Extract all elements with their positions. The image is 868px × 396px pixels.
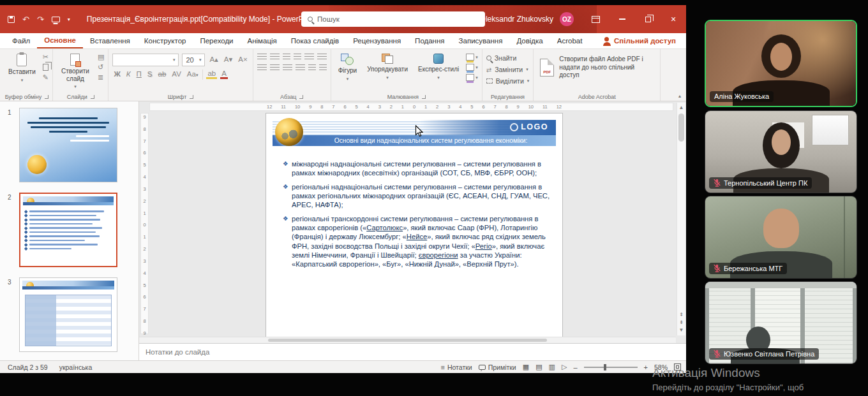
search-box[interactable]: Пошук [301,11,485,27]
zoom-slider[interactable] [584,367,638,368]
comments-toggle[interactable]: Примітки [479,363,516,371]
ribbon-tab-записування[interactable]: Записування [452,33,510,48]
format-painter-icon[interactable]: ✎ [43,74,49,81]
notes-panel[interactable]: Нотатки до слайда [139,343,686,360]
zoom-in-icon[interactable]: + [644,363,648,371]
select-button[interactable]: Виділити ▾ [486,77,530,85]
ribbon-tab-acrobat[interactable]: Acrobat [550,33,590,48]
arrange-button[interactable]: Упорядкувати ▾ [364,52,411,82]
ribbon-display-options-button[interactable] [584,5,610,33]
ribbon-tab-переходи[interactable]: Переходи [193,33,240,48]
bold-icon[interactable]: Ж [112,71,121,78]
ribbon-tab-подання[interactable]: Подання [408,33,451,48]
ribbon-tab-показ-слайдів[interactable]: Показ слайдів [284,33,346,48]
vertical-scrollbar[interactable]: ▲ ⇞ ⇟ ▼ [677,103,685,335]
ribbon-tab-довідка[interactable]: Довідка [509,33,550,48]
increase-indent-icon[interactable] [294,54,301,61]
new-slide-button[interactable]: Створити слайд ▾ [57,52,94,91]
slide-layout-icon[interactable]: ▤ [98,54,104,61]
notes-toggle[interactable]: ≡Нотатки [440,363,472,371]
close-button[interactable]: × [661,5,686,33]
grow-font-icon[interactable]: A▴ [208,56,219,64]
slide-thumbnail-3[interactable] [19,277,117,352]
slide-thumbnail-2-selected[interactable] [19,193,117,267]
start-slideshow-icon[interactable] [52,17,60,22]
save-icon[interactable] [8,16,15,23]
align-center-icon[interactable] [270,64,280,72]
ribbon-tab-рецензування[interactable]: Рецензування [346,33,408,48]
restore-button[interactable] [635,5,661,33]
italic-icon[interactable]: К [125,71,132,78]
redo-icon[interactable]: ↷ [37,15,44,24]
find-button[interactable]: Знайти [486,54,530,62]
dialog-launcher-icon[interactable] [299,95,303,99]
dialog-launcher-icon[interactable] [45,95,49,99]
normal-view-icon[interactable]: ▦ [523,363,529,371]
previous-slide-icon[interactable]: ⇞ [679,311,684,319]
quick-styles-button[interactable]: Експрес-стилі ▾ [415,52,462,82]
font-name-combobox[interactable]: ▾ [112,54,179,66]
line-spacing-icon[interactable] [304,54,314,61]
shape-fill-icon[interactable]: ▾ [466,54,478,61]
participant-video-tile[interactable]: Юзвенко Світлана Петрівна [705,281,857,364]
account-name[interactable]: Oleksandr Zhukovsky [480,15,553,24]
bullet-list-icon[interactable] [257,54,267,61]
slide-thumbnail-1[interactable] [19,108,117,182]
decrease-indent-icon[interactable] [283,54,290,61]
paste-button[interactable]: Вставити ▾ [5,52,39,85]
columns-icon[interactable] [308,64,316,72]
collapse-ribbon-icon[interactable]: ▴ [678,93,681,99]
text-direction-icon[interactable] [317,54,327,61]
dialog-launcher-icon[interactable] [422,95,426,99]
scroll-up-icon[interactable]: ▲ [679,104,684,112]
scrollbar-thumb[interactable] [678,114,684,142]
account-avatar-badge[interactable]: OZ [560,12,574,26]
undo-icon[interactable]: ↶ [22,15,29,24]
clear-formatting-icon[interactable]: A× [237,56,248,64]
reading-view-icon[interactable]: ▥ [549,363,555,371]
shapes-button[interactable]: Фігури ▾ [335,52,361,84]
dialog-launcher-icon[interactable] [190,95,193,99]
align-left-icon[interactable] [257,64,267,72]
ribbon-tab-вставлення[interactable]: Вставлення [83,33,137,48]
shrink-font-icon[interactable]: A▾ [223,56,234,64]
cut-icon[interactable]: ✂ [43,54,49,61]
dialog-launcher-icon[interactable] [91,95,94,99]
smartart-convert-icon[interactable] [319,64,327,72]
horizontal-scrollbar[interactable] [139,337,676,343]
justify-icon[interactable] [296,64,305,72]
align-right-icon[interactable] [283,64,292,72]
shape-effects-icon[interactable]: ▾ [466,74,478,81]
language-indicator[interactable]: українська [59,363,93,371]
character-spacing-icon[interactable]: A︎V [170,71,183,78]
scrollbar-thumb[interactable] [268,339,547,342]
replace-button[interactable]: ⇄ Замінити ▾ [486,66,530,73]
minimize-button[interactable] [610,5,635,33]
copy-icon[interactable] [43,64,49,71]
slideshow-view-icon[interactable]: ▷ [562,363,567,371]
ribbon-tab-анімація[interactable]: Анімація [241,33,284,48]
scroll-down-icon[interactable]: ▼ [679,326,684,334]
slide-canvas[interactable]: Основні види наднаціональних систем регу… [266,113,563,337]
font-color-icon[interactable]: A [220,70,228,80]
numbered-list-icon[interactable] [270,54,280,61]
next-slide-icon[interactable]: ⇟ [679,319,684,326]
zoom-slider-thumb[interactable] [604,364,606,370]
create-pdf-button[interactable]: Створити файл Adobe PDF і надати до ньог… [537,52,656,84]
zoom-out-icon[interactable]: – [573,363,577,371]
ribbon-tab-конструктор[interactable]: Конструктор [137,33,193,48]
highlight-color-icon[interactable]: ab [206,70,217,80]
underline-icon[interactable]: П [135,71,143,78]
font-size-combobox[interactable]: 20▾ [182,54,205,66]
slide-sorter-view-icon[interactable]: ▤ [535,363,542,371]
reset-slide-icon[interactable]: ↺ [98,64,104,71]
change-case-icon[interactable]: Aa▾ [186,71,200,78]
qat-customize-icon[interactable]: ▾ [68,17,70,22]
participant-video-tile[interactable]: Аліна Жуковська [705,20,857,107]
slide-body-text[interactable]: ❖міжнародні наднаціональні системи регул… [283,159,555,274]
text-shadow-icon[interactable]: S [146,71,154,78]
strikethrough-icon[interactable]: ab [157,71,168,78]
shape-outline-icon[interactable]: ▾ [466,64,478,71]
section-icon[interactable]: ≣ [98,74,104,81]
participant-video-tile[interactable]: Бережанська МТГ [705,196,857,279]
